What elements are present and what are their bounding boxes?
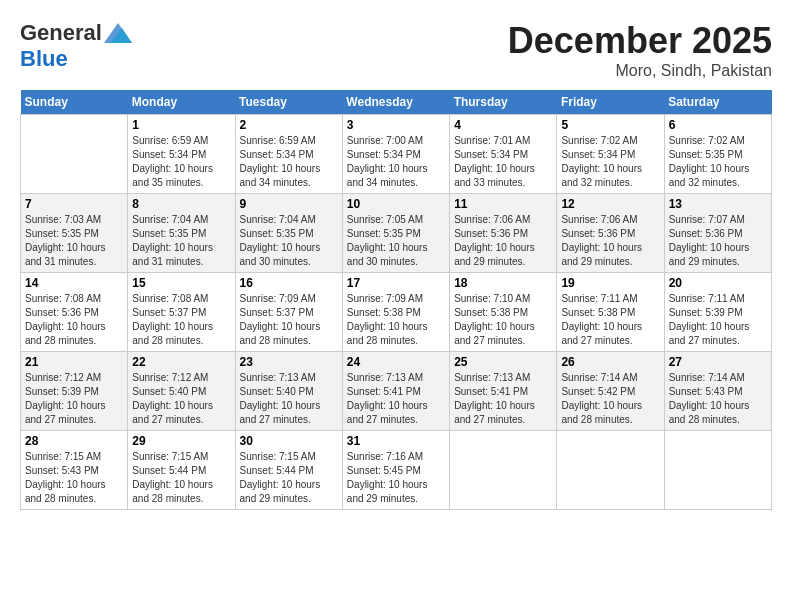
daylight-text-cont: and 35 minutes.: [132, 176, 230, 190]
day-info: Sunrise: 7:05 AMSunset: 5:35 PMDaylight:…: [347, 213, 445, 269]
location-subtitle: Moro, Sindh, Pakistan: [508, 62, 772, 80]
calendar-cell: 8Sunrise: 7:04 AMSunset: 5:35 PMDaylight…: [128, 194, 235, 273]
day-info: Sunrise: 6:59 AMSunset: 5:34 PMDaylight:…: [132, 134, 230, 190]
calendar-cell: 7Sunrise: 7:03 AMSunset: 5:35 PMDaylight…: [21, 194, 128, 273]
sunrise-text: Sunrise: 7:10 AM: [454, 292, 552, 306]
sunrise-text: Sunrise: 7:00 AM: [347, 134, 445, 148]
sunrise-text: Sunrise: 7:12 AM: [25, 371, 123, 385]
day-number: 6: [669, 118, 767, 132]
calendar-cell: 12Sunrise: 7:06 AMSunset: 5:36 PMDayligh…: [557, 194, 664, 273]
daylight-text: Daylight: 10 hours: [347, 162, 445, 176]
sunrise-text: Sunrise: 7:13 AM: [347, 371, 445, 385]
day-info: Sunrise: 7:13 AMSunset: 5:41 PMDaylight:…: [347, 371, 445, 427]
sunset-text: Sunset: 5:39 PM: [25, 385, 123, 399]
day-number: 19: [561, 276, 659, 290]
calendar-header-row: SundayMondayTuesdayWednesdayThursdayFrid…: [21, 90, 772, 115]
day-number: 31: [347, 434, 445, 448]
calendar-cell: 11Sunrise: 7:06 AMSunset: 5:36 PMDayligh…: [450, 194, 557, 273]
daylight-text-cont: and 27 minutes.: [132, 413, 230, 427]
daylight-text-cont: and 33 minutes.: [454, 176, 552, 190]
daylight-text: Daylight: 10 hours: [132, 320, 230, 334]
sunrise-text: Sunrise: 6:59 AM: [132, 134, 230, 148]
day-number: 29: [132, 434, 230, 448]
daylight-text-cont: and 28 minutes.: [132, 492, 230, 506]
day-number: 11: [454, 197, 552, 211]
daylight-text-cont: and 31 minutes.: [25, 255, 123, 269]
day-number: 8: [132, 197, 230, 211]
calendar-week-row: 21Sunrise: 7:12 AMSunset: 5:39 PMDayligh…: [21, 352, 772, 431]
daylight-text: Daylight: 10 hours: [240, 241, 338, 255]
sunset-text: Sunset: 5:35 PM: [132, 227, 230, 241]
day-info: Sunrise: 7:16 AMSunset: 5:45 PMDaylight:…: [347, 450, 445, 506]
daylight-text-cont: and 27 minutes.: [454, 334, 552, 348]
daylight-text-cont: and 28 minutes.: [240, 334, 338, 348]
calendar-cell: 19Sunrise: 7:11 AMSunset: 5:38 PMDayligh…: [557, 273, 664, 352]
daylight-text: Daylight: 10 hours: [561, 162, 659, 176]
day-number: 13: [669, 197, 767, 211]
calendar-cell: [450, 431, 557, 510]
calendar-cell: 25Sunrise: 7:13 AMSunset: 5:41 PMDayligh…: [450, 352, 557, 431]
day-info: Sunrise: 7:06 AMSunset: 5:36 PMDaylight:…: [561, 213, 659, 269]
day-number: 23: [240, 355, 338, 369]
calendar-cell: 29Sunrise: 7:15 AMSunset: 5:44 PMDayligh…: [128, 431, 235, 510]
day-info: Sunrise: 7:12 AMSunset: 5:39 PMDaylight:…: [25, 371, 123, 427]
daylight-text: Daylight: 10 hours: [240, 399, 338, 413]
daylight-text: Daylight: 10 hours: [132, 241, 230, 255]
daylight-text: Daylight: 10 hours: [240, 320, 338, 334]
sunrise-text: Sunrise: 7:14 AM: [561, 371, 659, 385]
calendar-cell: 22Sunrise: 7:12 AMSunset: 5:40 PMDayligh…: [128, 352, 235, 431]
sunrise-text: Sunrise: 7:09 AM: [347, 292, 445, 306]
day-number: 16: [240, 276, 338, 290]
day-info: Sunrise: 7:13 AMSunset: 5:40 PMDaylight:…: [240, 371, 338, 427]
daylight-text-cont: and 27 minutes.: [669, 334, 767, 348]
day-info: Sunrise: 7:03 AMSunset: 5:35 PMDaylight:…: [25, 213, 123, 269]
calendar-cell: 30Sunrise: 7:15 AMSunset: 5:44 PMDayligh…: [235, 431, 342, 510]
calendar-cell: 21Sunrise: 7:12 AMSunset: 5:39 PMDayligh…: [21, 352, 128, 431]
day-number: 27: [669, 355, 767, 369]
sunset-text: Sunset: 5:43 PM: [669, 385, 767, 399]
calendar-cell: 9Sunrise: 7:04 AMSunset: 5:35 PMDaylight…: [235, 194, 342, 273]
day-info: Sunrise: 7:02 AMSunset: 5:35 PMDaylight:…: [669, 134, 767, 190]
daylight-text-cont: and 28 minutes.: [669, 413, 767, 427]
calendar-cell: 2Sunrise: 6:59 AMSunset: 5:34 PMDaylight…: [235, 115, 342, 194]
sunrise-text: Sunrise: 7:04 AM: [240, 213, 338, 227]
day-header-sunday: Sunday: [21, 90, 128, 115]
day-number: 1: [132, 118, 230, 132]
sunset-text: Sunset: 5:34 PM: [561, 148, 659, 162]
day-number: 4: [454, 118, 552, 132]
sunrise-text: Sunrise: 7:08 AM: [132, 292, 230, 306]
sunset-text: Sunset: 5:39 PM: [669, 306, 767, 320]
logo-icon: [104, 23, 132, 43]
daylight-text-cont: and 30 minutes.: [240, 255, 338, 269]
sunrise-text: Sunrise: 7:07 AM: [669, 213, 767, 227]
calendar-cell: 20Sunrise: 7:11 AMSunset: 5:39 PMDayligh…: [664, 273, 771, 352]
day-number: 2: [240, 118, 338, 132]
sunrise-text: Sunrise: 7:11 AM: [669, 292, 767, 306]
daylight-text-cont: and 27 minutes.: [240, 413, 338, 427]
calendar-cell: 16Sunrise: 7:09 AMSunset: 5:37 PMDayligh…: [235, 273, 342, 352]
day-number: 20: [669, 276, 767, 290]
sunset-text: Sunset: 5:43 PM: [25, 464, 123, 478]
sunset-text: Sunset: 5:41 PM: [347, 385, 445, 399]
day-info: Sunrise: 7:08 AMSunset: 5:37 PMDaylight:…: [132, 292, 230, 348]
daylight-text: Daylight: 10 hours: [454, 399, 552, 413]
day-info: Sunrise: 7:14 AMSunset: 5:42 PMDaylight:…: [561, 371, 659, 427]
daylight-text-cont: and 27 minutes.: [454, 413, 552, 427]
daylight-text-cont: and 28 minutes.: [347, 334, 445, 348]
daylight-text: Daylight: 10 hours: [25, 320, 123, 334]
sunset-text: Sunset: 5:44 PM: [240, 464, 338, 478]
day-number: 22: [132, 355, 230, 369]
calendar-cell: 4Sunrise: 7:01 AMSunset: 5:34 PMDaylight…: [450, 115, 557, 194]
sunset-text: Sunset: 5:35 PM: [669, 148, 767, 162]
sunrise-text: Sunrise: 7:08 AM: [25, 292, 123, 306]
sunrise-text: Sunrise: 7:11 AM: [561, 292, 659, 306]
sunset-text: Sunset: 5:34 PM: [240, 148, 338, 162]
day-header-monday: Monday: [128, 90, 235, 115]
day-number: 15: [132, 276, 230, 290]
daylight-text-cont: and 28 minutes.: [132, 334, 230, 348]
calendar-cell: 18Sunrise: 7:10 AMSunset: 5:38 PMDayligh…: [450, 273, 557, 352]
calendar-week-row: 28Sunrise: 7:15 AMSunset: 5:43 PMDayligh…: [21, 431, 772, 510]
day-info: Sunrise: 7:04 AMSunset: 5:35 PMDaylight:…: [132, 213, 230, 269]
sunrise-text: Sunrise: 7:02 AM: [561, 134, 659, 148]
sunrise-text: Sunrise: 7:04 AM: [132, 213, 230, 227]
